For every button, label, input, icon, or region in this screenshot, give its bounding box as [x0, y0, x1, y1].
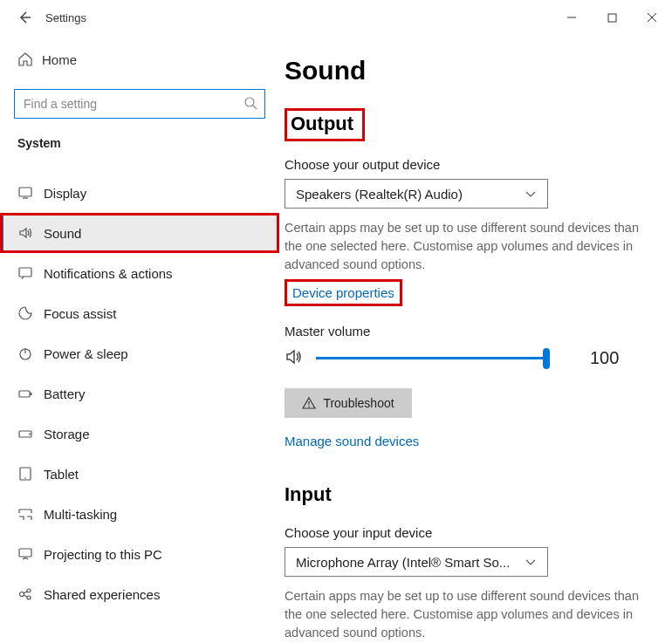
sidebar-item-label: Projecting to this PC [44, 547, 162, 562]
focus-assist-icon [17, 305, 44, 321]
svg-rect-11 [19, 549, 31, 557]
search-input[interactable] [22, 96, 243, 112]
slider-thumb[interactable] [543, 348, 550, 369]
master-volume-slider[interactable] [316, 348, 550, 369]
minimize-button[interactable] [552, 3, 592, 31]
output-helper-text: Certain apps may be set up to use differ… [285, 219, 642, 274]
slider-track [316, 357, 550, 359]
sidebar-item-label: Notifications & actions [44, 266, 173, 281]
sidebar-item-battery[interactable]: Battery [0, 373, 279, 414]
sidebar-item-power-sleep[interactable]: Power & sleep [0, 333, 279, 373]
svg-rect-2 [19, 188, 31, 196]
sidebar-item-label: Storage [44, 427, 90, 441]
sidebar-item-label: Focus assist [44, 306, 116, 321]
sidebar-item-label: Tablet [44, 467, 79, 482]
master-volume-label: Master volume [285, 324, 660, 339]
svg-point-8 [29, 434, 31, 435]
svg-point-1 [245, 98, 254, 106]
close-button[interactable] [632, 3, 672, 31]
sidebar-item-label: Battery [44, 386, 86, 401]
arrow-left-icon [17, 10, 31, 24]
home-nav[interactable]: Home [0, 42, 279, 77]
svg-rect-5 [19, 391, 30, 397]
search-input-wrap[interactable] [14, 89, 265, 119]
power-icon [17, 345, 44, 361]
sidebar-item-projecting[interactable]: Projecting to this PC [0, 534, 279, 574]
sidebar-item-shared-experiences[interactable]: Shared experiences [0, 574, 279, 614]
input-device-value: Microphone Array (Intel® Smart So... [296, 555, 510, 570]
sidebar-item-notifications[interactable]: Notifications & actions [0, 253, 279, 293]
svg-rect-3 [19, 268, 31, 277]
multitask-icon [17, 506, 44, 522]
sidebar-item-label: Sound [44, 226, 81, 241]
manage-sound-devices-link[interactable]: Manage sound devices [285, 434, 419, 448]
back-button[interactable] [10, 3, 38, 31]
input-helper-text: Certain apps may be set up to use differ… [285, 587, 642, 642]
maximize-icon [607, 13, 617, 23]
svg-point-14 [27, 596, 31, 599]
notifications-icon [17, 265, 44, 281]
sidebar-item-label: Display [44, 186, 86, 201]
output-device-value: Speakers (Realtek(R) Audio) [296, 187, 463, 202]
titlebar: Settings [0, 0, 672, 35]
svg-point-10 [24, 477, 26, 479]
svg-point-12 [20, 592, 24, 597]
maximize-button[interactable] [592, 3, 632, 31]
sound-icon [17, 225, 44, 241]
sidebar-item-focus-assist[interactable]: Focus assist [0, 293, 279, 333]
shared-icon [17, 586, 44, 602]
output-device-dropdown[interactable]: Speakers (Realtek(R) Audio) [285, 179, 548, 209]
sidebar-item-label: Shared experiences [44, 587, 160, 602]
svg-point-13 [27, 589, 31, 592]
speaker-icon[interactable] [285, 347, 304, 369]
input-device-dropdown[interactable]: Microphone Array (Intel® Smart So... [285, 547, 548, 577]
input-heading: Input [285, 483, 332, 506]
content: Sound Output Choose your output device S… [279, 35, 672, 643]
sidebar-item-sound[interactable]: Sound [0, 213, 279, 253]
svg-point-15 [309, 406, 311, 407]
tablet-icon [17, 466, 44, 482]
sidebar-item-label: Power & sleep [44, 346, 128, 361]
minimize-icon [566, 12, 577, 23]
home-icon [17, 51, 42, 67]
choose-output-label: Choose your output device [285, 157, 660, 172]
sidebar-item-display[interactable]: Display [0, 173, 279, 213]
output-heading-highlight: Output [285, 108, 365, 141]
sidebar-item-label: Multi-tasking [44, 507, 117, 522]
troubleshoot-button[interactable]: Troubleshoot [285, 388, 412, 418]
output-device-properties-link[interactable]: Device properties [285, 279, 402, 306]
svg-rect-6 [31, 393, 32, 395]
window-title: Settings [45, 11, 86, 24]
projecting-icon [17, 546, 44, 562]
page-title: Sound [285, 56, 660, 86]
home-label: Home [42, 52, 77, 67]
display-icon [17, 185, 44, 201]
warning-icon [302, 396, 316, 410]
search-icon [243, 96, 257, 113]
svg-rect-0 [608, 14, 616, 22]
sidebar-item-multitasking[interactable]: Multi-tasking [0, 494, 279, 534]
troubleshoot-label: Troubleshoot [323, 396, 394, 410]
close-icon [647, 12, 657, 23]
output-heading: Output [291, 113, 353, 135]
choose-input-label: Choose your input device [285, 525, 660, 540]
sidebar-item-tablet[interactable]: Tablet [0, 454, 279, 494]
storage-icon [17, 426, 44, 441]
master-volume-value: 100 [590, 348, 619, 368]
chevron-down-icon [525, 556, 537, 568]
section-label: System [0, 136, 279, 157]
chevron-down-icon [525, 188, 537, 200]
sidebar-item-storage[interactable]: Storage [0, 414, 279, 454]
sidebar: Home System Display Sound [0, 35, 279, 643]
battery-icon [17, 386, 44, 401]
